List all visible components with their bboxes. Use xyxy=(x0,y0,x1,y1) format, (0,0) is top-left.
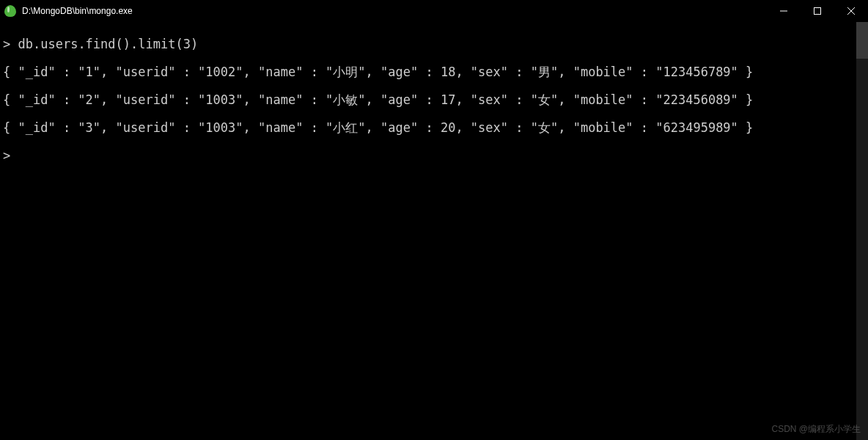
close-icon xyxy=(847,7,855,15)
window-controls xyxy=(767,0,868,21)
command-line: > db.users.find().limit(3) xyxy=(3,37,865,51)
prompt-char: > xyxy=(3,37,10,51)
terminal-output[interactable]: > db.users.find().limit(3) { "_id" : "1"… xyxy=(0,22,868,178)
output-line: { "_id" : "1", "userid" : "1002", "name"… xyxy=(3,65,865,79)
scrollbar-thumb[interactable] xyxy=(856,22,868,59)
svg-rect-1 xyxy=(814,7,821,14)
output-line: { "_id" : "2", "userid" : "1003", "name"… xyxy=(3,93,865,107)
minimize-button[interactable] xyxy=(767,0,801,21)
output-line: { "_id" : "3", "userid" : "1003", "name"… xyxy=(3,121,865,135)
mongodb-icon xyxy=(4,5,16,17)
window-titlebar: D:\MongoDB\bin\mongo.exe xyxy=(0,0,868,22)
maximize-button[interactable] xyxy=(801,0,834,21)
watermark-text: CSDN @编程系小学生 xyxy=(771,423,861,436)
minimize-icon xyxy=(780,7,787,15)
cursor-line: > xyxy=(3,149,865,163)
close-button[interactable] xyxy=(834,0,868,21)
window-title: D:\MongoDB\bin\mongo.exe xyxy=(22,6,767,16)
maximize-icon xyxy=(814,7,821,15)
command-text: db.users.find().limit(3) xyxy=(18,37,199,51)
vertical-scrollbar[interactable] xyxy=(856,22,868,440)
